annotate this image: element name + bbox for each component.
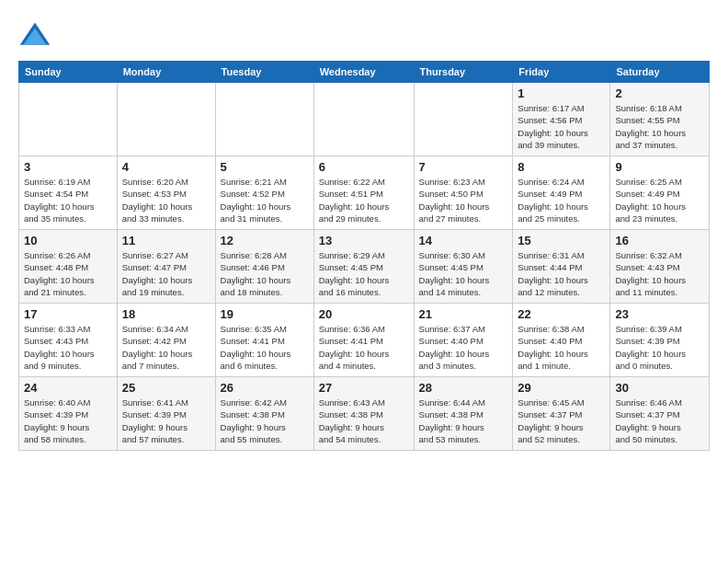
logo xyxy=(18,18,55,52)
day-info: Sunrise: 6:37 AM Sunset: 4:40 PM Dayligh… xyxy=(419,323,508,372)
day-number: 10 xyxy=(24,234,112,247)
day-number: 6 xyxy=(319,160,409,174)
day-number: 18 xyxy=(122,307,210,321)
calendar-cell: 14Sunrise: 6:30 AM Sunset: 4:45 PM Dayli… xyxy=(414,230,513,304)
week-row-1: 1Sunrise: 6:17 AM Sunset: 4:56 PM Daylig… xyxy=(19,83,710,156)
calendar-cell: 24Sunrise: 6:40 AM Sunset: 4:39 PM Dayli… xyxy=(19,377,118,451)
day-info: Sunrise: 6:24 AM Sunset: 4:49 PM Dayligh… xyxy=(518,176,605,224)
day-number: 22 xyxy=(518,307,605,321)
day-info: Sunrise: 6:36 AM Sunset: 4:41 PM Dayligh… xyxy=(319,323,409,372)
day-number: 15 xyxy=(518,234,605,247)
week-row-4: 17Sunrise: 6:33 AM Sunset: 4:43 PM Dayli… xyxy=(19,304,710,377)
calendar-cell: 13Sunrise: 6:29 AM Sunset: 4:45 PM Dayli… xyxy=(313,230,414,304)
day-number: 26 xyxy=(221,381,309,395)
calendar-cell: 19Sunrise: 6:35 AM Sunset: 4:41 PM Dayli… xyxy=(215,304,313,377)
calendar-cell xyxy=(117,83,215,156)
calendar-cell xyxy=(215,83,313,156)
weekday-header-tuesday: Tuesday xyxy=(215,62,313,83)
calendar-cell xyxy=(19,83,118,156)
day-number: 12 xyxy=(221,234,309,247)
page: SundayMondayTuesdayWednesdayThursdayFrid… xyxy=(0,0,728,563)
day-info: Sunrise: 6:19 AM Sunset: 4:54 PM Dayligh… xyxy=(24,176,112,224)
day-number: 25 xyxy=(122,381,210,395)
day-number: 24 xyxy=(24,381,112,395)
calendar-cell: 2Sunrise: 6:18 AM Sunset: 4:55 PM Daylig… xyxy=(610,83,710,156)
calendar-cell: 25Sunrise: 6:41 AM Sunset: 4:39 PM Dayli… xyxy=(117,377,215,451)
calendar-cell: 16Sunrise: 6:32 AM Sunset: 4:43 PM Dayli… xyxy=(610,230,710,304)
day-info: Sunrise: 6:43 AM Sunset: 4:38 PM Dayligh… xyxy=(319,396,409,445)
calendar-cell: 22Sunrise: 6:38 AM Sunset: 4:40 PM Dayli… xyxy=(513,304,610,377)
day-info: Sunrise: 6:22 AM Sunset: 4:51 PM Dayligh… xyxy=(319,176,409,224)
logo-icon xyxy=(18,18,51,52)
day-number: 19 xyxy=(221,307,309,321)
day-info: Sunrise: 6:31 AM Sunset: 4:44 PM Dayligh… xyxy=(518,249,605,298)
weekday-header-saturday: Saturday xyxy=(610,62,710,83)
calendar-cell: 17Sunrise: 6:33 AM Sunset: 4:43 PM Dayli… xyxy=(19,304,118,377)
day-info: Sunrise: 6:40 AM Sunset: 4:39 PM Dayligh… xyxy=(24,396,112,445)
week-row-2: 3Sunrise: 6:19 AM Sunset: 4:54 PM Daylig… xyxy=(19,156,710,230)
calendar-cell: 12Sunrise: 6:28 AM Sunset: 4:46 PM Dayli… xyxy=(215,230,313,304)
day-info: Sunrise: 6:28 AM Sunset: 4:46 PM Dayligh… xyxy=(221,249,309,298)
calendar-cell: 7Sunrise: 6:23 AM Sunset: 4:50 PM Daylig… xyxy=(414,156,513,230)
day-number: 1 xyxy=(518,86,605,100)
day-info: Sunrise: 6:29 AM Sunset: 4:45 PM Dayligh… xyxy=(319,249,409,298)
week-row-5: 24Sunrise: 6:40 AM Sunset: 4:39 PM Dayli… xyxy=(19,377,710,451)
day-info: Sunrise: 6:34 AM Sunset: 4:42 PM Dayligh… xyxy=(122,323,210,372)
day-number: 30 xyxy=(615,381,704,395)
calendar-cell: 26Sunrise: 6:42 AM Sunset: 4:38 PM Dayli… xyxy=(215,377,313,451)
day-info: Sunrise: 6:17 AM Sunset: 4:56 PM Dayligh… xyxy=(518,102,605,151)
calendar-cell: 1Sunrise: 6:17 AM Sunset: 4:56 PM Daylig… xyxy=(513,83,610,156)
day-info: Sunrise: 6:44 AM Sunset: 4:38 PM Dayligh… xyxy=(419,396,508,445)
day-number: 3 xyxy=(24,160,112,174)
day-info: Sunrise: 6:23 AM Sunset: 4:50 PM Dayligh… xyxy=(419,176,508,224)
day-number: 9 xyxy=(615,160,704,174)
calendar-cell: 11Sunrise: 6:27 AM Sunset: 4:47 PM Dayli… xyxy=(117,230,215,304)
calendar-cell: 5Sunrise: 6:21 AM Sunset: 4:52 PM Daylig… xyxy=(215,156,313,230)
weekday-header-sunday: Sunday xyxy=(19,62,118,83)
day-info: Sunrise: 6:46 AM Sunset: 4:37 PM Dayligh… xyxy=(615,396,704,445)
calendar-cell: 9Sunrise: 6:25 AM Sunset: 4:49 PM Daylig… xyxy=(610,156,710,230)
calendar-cell: 3Sunrise: 6:19 AM Sunset: 4:54 PM Daylig… xyxy=(19,156,118,230)
day-info: Sunrise: 6:27 AM Sunset: 4:47 PM Dayligh… xyxy=(122,249,210,298)
day-number: 4 xyxy=(122,160,210,174)
weekday-header-thursday: Thursday xyxy=(414,62,513,83)
day-number: 23 xyxy=(615,307,704,321)
calendar-cell: 27Sunrise: 6:43 AM Sunset: 4:38 PM Dayli… xyxy=(313,377,414,451)
day-info: Sunrise: 6:35 AM Sunset: 4:41 PM Dayligh… xyxy=(221,323,309,372)
day-number: 5 xyxy=(221,160,309,174)
weekday-header-wednesday: Wednesday xyxy=(313,62,414,83)
day-info: Sunrise: 6:30 AM Sunset: 4:45 PM Dayligh… xyxy=(419,249,508,298)
day-info: Sunrise: 6:21 AM Sunset: 4:52 PM Dayligh… xyxy=(221,176,309,224)
day-info: Sunrise: 6:45 AM Sunset: 4:37 PM Dayligh… xyxy=(518,396,605,445)
day-number: 29 xyxy=(518,381,605,395)
day-number: 14 xyxy=(419,234,508,247)
day-number: 8 xyxy=(518,160,605,174)
calendar-cell: 18Sunrise: 6:34 AM Sunset: 4:42 PM Dayli… xyxy=(117,304,215,377)
day-info: Sunrise: 6:20 AM Sunset: 4:53 PM Dayligh… xyxy=(122,176,210,224)
day-number: 7 xyxy=(419,160,508,174)
calendar-cell: 6Sunrise: 6:22 AM Sunset: 4:51 PM Daylig… xyxy=(313,156,414,230)
calendar-cell: 8Sunrise: 6:24 AM Sunset: 4:49 PM Daylig… xyxy=(513,156,610,230)
day-info: Sunrise: 6:26 AM Sunset: 4:48 PM Dayligh… xyxy=(24,249,112,298)
day-number: 28 xyxy=(419,381,508,395)
calendar-cell: 4Sunrise: 6:20 AM Sunset: 4:53 PM Daylig… xyxy=(117,156,215,230)
day-info: Sunrise: 6:41 AM Sunset: 4:39 PM Dayligh… xyxy=(122,396,210,445)
weekday-header-monday: Monday xyxy=(117,62,215,83)
day-info: Sunrise: 6:25 AM Sunset: 4:49 PM Dayligh… xyxy=(615,176,704,224)
header xyxy=(18,18,710,52)
day-info: Sunrise: 6:32 AM Sunset: 4:43 PM Dayligh… xyxy=(615,249,704,298)
day-number: 11 xyxy=(122,234,210,247)
calendar-cell: 28Sunrise: 6:44 AM Sunset: 4:38 PM Dayli… xyxy=(414,377,513,451)
calendar-cell: 10Sunrise: 6:26 AM Sunset: 4:48 PM Dayli… xyxy=(19,230,118,304)
day-info: Sunrise: 6:42 AM Sunset: 4:38 PM Dayligh… xyxy=(221,396,309,445)
calendar-cell: 21Sunrise: 6:37 AM Sunset: 4:40 PM Dayli… xyxy=(414,304,513,377)
day-number: 17 xyxy=(24,307,112,321)
day-number: 27 xyxy=(319,381,409,395)
day-number: 13 xyxy=(319,234,409,247)
calendar-cell: 29Sunrise: 6:45 AM Sunset: 4:37 PM Dayli… xyxy=(513,377,610,451)
calendar-table: SundayMondayTuesdayWednesdayThursdayFrid… xyxy=(18,61,710,451)
week-row-3: 10Sunrise: 6:26 AM Sunset: 4:48 PM Dayli… xyxy=(19,230,710,304)
weekday-header-row: SundayMondayTuesdayWednesdayThursdayFrid… xyxy=(19,62,710,83)
calendar-cell xyxy=(414,83,513,156)
day-info: Sunrise: 6:18 AM Sunset: 4:55 PM Dayligh… xyxy=(615,102,704,151)
